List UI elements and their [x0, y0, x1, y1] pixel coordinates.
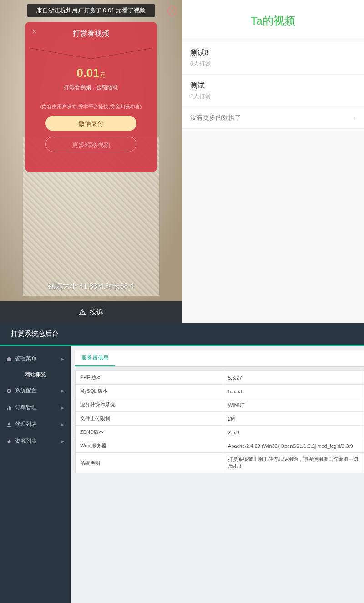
chevron-right-icon: ▶ — [61, 405, 64, 410]
reward-modal: ✕ 打赏看视频 0.01元 打赏看视频，金额随机 (内容由用户发布,并非平台提供… — [25, 22, 157, 172]
item-name: 测试8 — [190, 48, 356, 58]
sidebar-item-menu[interactable]: 管理菜单 ▶ — [0, 350, 71, 367]
svg-rect-4 — [7, 408, 8, 410]
item-name: 测试 — [190, 81, 356, 91]
sidebar-item-label: 管理菜单 — [15, 355, 37, 363]
item-meta: 2人打赏 — [190, 92, 356, 101]
sidebar-item-config[interactable]: 系统配置 ▶ — [0, 382, 71, 399]
sidebar-item-label: 代理列表 — [15, 421, 37, 428]
info-key: 文件上传限制 — [76, 412, 223, 426]
tab-bar: 服务器信息 — [75, 350, 364, 367]
toast-notification: 来自浙江杭州用户打赏了 0.01 元看了视频 — [27, 4, 155, 17]
info-value: 打赏系统禁止用于任何非法用途，违规使用者自行承担一切后果！ — [223, 453, 364, 473]
content-area: 服务器信息 PHP 版本5.6.27 MySQL 版本5.5.53 服务器操作系… — [71, 346, 364, 603]
chart-icon — [6, 405, 12, 410]
amount-unit: 元 — [100, 71, 106, 78]
chevron-right-icon: ▶ — [61, 389, 64, 393]
chevron-right-icon: › — [354, 114, 356, 122]
tab-server-info[interactable]: 服务器信息 — [75, 350, 115, 366]
sidebar-item-agents[interactable]: 代理列表 ▶ — [0, 416, 71, 433]
star-icon — [6, 439, 12, 444]
modal-note: (内容由用户发布,并非平台提供,赏金归发布者) — [30, 103, 152, 110]
amount-value: 0.01 — [76, 66, 100, 80]
complain-label: 投诉 — [90, 308, 103, 317]
chevron-right-icon: ▶ — [61, 439, 64, 444]
mobile-preview: 来自浙江杭州用户打赏了 0.01 元看了视频 ✕ ✕ 打赏看视频 0.01元 打… — [0, 0, 182, 323]
chevron-right-icon: ▶ — [61, 422, 64, 427]
chevron-right-icon: ▶ — [61, 357, 64, 361]
table-row: 服务器操作系统WINNT — [76, 398, 364, 412]
info-value: 2M — [223, 412, 364, 426]
video-info-text: 视频大小:41.88M,时长58.4 — [0, 282, 182, 291]
no-more-row[interactable]: 没有更多的数据了 › — [182, 107, 364, 129]
table-row: PHP 版本5.6.27 — [76, 371, 364, 385]
sidebar-item-label: 资源列表 — [15, 437, 37, 445]
complain-button[interactable]: 投诉 — [0, 301, 182, 323]
list-item[interactable]: 测试8 0人打赏 — [182, 42, 364, 75]
info-key: MySQL 版本 — [76, 385, 223, 398]
server-info-table: PHP 版本5.6.27 MySQL 版本5.5.53 服务器操作系统WINNT… — [75, 370, 364, 473]
list-item[interactable]: 测试 2人打赏 — [182, 75, 364, 107]
svg-rect-5 — [9, 406, 10, 410]
table-row: Web 服务器Apache/2.4.23 (Win32) OpenSSL/1.0… — [76, 439, 364, 453]
amount-display: 0.01元 — [30, 66, 152, 80]
warning-icon — [79, 309, 86, 315]
info-value: 5.6.27 — [223, 371, 364, 385]
svg-point-7 — [8, 422, 10, 425]
sidebar-item-orders[interactable]: 订单管理 ▶ — [0, 399, 71, 416]
table-row: 文件上传限制2M — [76, 412, 364, 426]
more-videos-button[interactable]: 更多精彩视频 — [46, 137, 136, 152]
close-icon[interactable]: ✕ — [167, 6, 177, 15]
home-icon — [6, 356, 12, 362]
user-icon — [6, 422, 12, 427]
list-title: Ta的视频 — [182, 14, 364, 28]
sidebar-item-overview[interactable]: 网站概览 — [0, 367, 71, 382]
table-row: 系统声明打赏系统禁止用于任何非法用途，违规使用者自行承担一切后果！ — [76, 453, 364, 473]
info-key: ZEND版本 — [76, 426, 223, 439]
list-header: Ta的视频 — [182, 0, 364, 38]
sidebar-item-resources[interactable]: 资源列表 ▶ — [0, 433, 71, 450]
modal-title: 打赏看视频 — [30, 29, 152, 39]
info-value: 2.6.0 — [223, 426, 364, 439]
admin-header: 打赏系统总后台 — [0, 323, 364, 346]
envelope-decoration — [30, 48, 152, 61]
sidebar-item-label: 订单管理 — [15, 404, 37, 411]
admin-panel: 打赏系统总后台 管理菜单 ▶ 网站概览 系统配置 ▶ 订单管理 ▶ 代理列表 ▶… — [0, 323, 364, 603]
info-key: PHP 版本 — [76, 371, 223, 385]
info-value: WINNT — [223, 398, 364, 412]
info-value: Apache/2.4.23 (Win32) OpenSSL/1.0.2j mod… — [223, 439, 364, 453]
video-list-panel: Ta的视频 测试8 0人打赏 测试 2人打赏 没有更多的数据了 › — [182, 0, 364, 323]
svg-point-1 — [82, 314, 83, 314]
wechat-pay-button[interactable]: 微信支付 — [46, 116, 136, 131]
sidebar-item-label: 系统配置 — [15, 387, 37, 395]
no-more-text: 没有更多的数据了 — [190, 114, 241, 122]
svg-point-3 — [9, 390, 10, 391]
info-value: 5.5.53 — [223, 385, 364, 398]
info-key: 服务器操作系统 — [76, 398, 223, 412]
table-row: ZEND版本2.6.0 — [76, 426, 364, 439]
modal-subtitle: 打赏看视频，金额随机 — [30, 84, 152, 91]
info-key: 系统声明 — [76, 453, 223, 473]
info-key: Web 服务器 — [76, 439, 223, 453]
modal-close-icon[interactable]: ✕ — [31, 27, 37, 36]
svg-rect-6 — [10, 407, 11, 410]
table-row: MySQL 版本5.5.53 — [76, 385, 364, 398]
cog-icon — [6, 388, 12, 394]
item-meta: 0人打赏 — [190, 60, 356, 68]
sidebar: 管理菜单 ▶ 网站概览 系统配置 ▶ 订单管理 ▶ 代理列表 ▶ 资源列表 ▶ — [0, 346, 71, 603]
